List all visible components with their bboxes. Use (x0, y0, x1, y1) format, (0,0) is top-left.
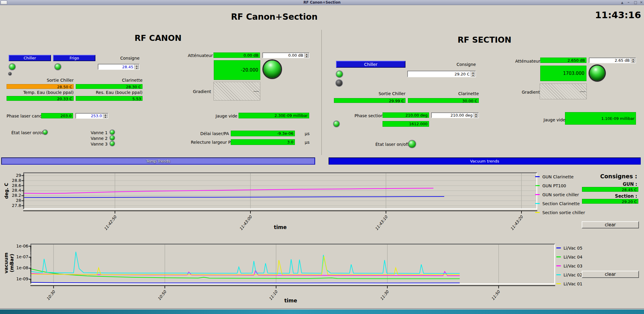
canon-consigne-label: Consigne (110, 56, 140, 61)
y-axis-tick-label: 28.8 (3, 178, 21, 183)
spin-up-icon[interactable]: ▲ (134, 64, 139, 67)
y-axis-tick-label: 29 (3, 173, 21, 178)
canon-temp-eau-label: Temp. Eau (boucle ppal) (14, 90, 74, 95)
maximize-window-icon[interactable]: □ (634, 0, 637, 5)
section-clarinette-readback: 30.00 C (408, 98, 479, 103)
spin-down-icon[interactable]: ▼ (304, 55, 309, 58)
spin-down-icon[interactable]: ▼ (134, 67, 139, 69)
close-window-icon[interactable]: ✕ (640, 0, 643, 5)
section-chiller-button[interactable]: Chiller (336, 61, 405, 68)
canon-vanne1-label: Vanne 1 (90, 130, 108, 135)
vacuum-trends-banner-button[interactable]: Vacuum trends (329, 157, 641, 165)
section-chiller-led (336, 71, 343, 77)
vacuum-clear-button[interactable]: clear (582, 271, 639, 278)
spin-up-icon[interactable]: ▲ (631, 58, 635, 61)
spin-up-icon[interactable]: ▲ (103, 114, 108, 116)
canon-relecture-readback: 3.0 (231, 139, 295, 145)
section-phase-setpoint[interactable]: 210.00 deg (432, 113, 473, 117)
legend-item-label: Li/Vac 05 (564, 246, 582, 250)
canon-phase-setpoint[interactable]: 253.0 (76, 114, 103, 118)
section-attenuateur-spinner[interactable]: ▲▼ (631, 58, 635, 63)
legend-item-label: Section Clarinette (542, 201, 580, 206)
canon-attenuateur-spinner[interactable]: ▲▼ (304, 53, 309, 58)
legend-item: Section sortie chiller (535, 210, 585, 215)
canon-etat-laser-label: État laser on/off (11, 130, 45, 135)
canon-consigne-value[interactable]: 28.45 (98, 65, 134, 69)
canon-chiller-button[interactable]: Chiller (9, 55, 51, 61)
legend-item-label: GUN sortie chiller (542, 192, 579, 197)
legend-item-label: GUN PT100 (542, 183, 566, 188)
shade-window-icon[interactable]: ▲ (621, 0, 623, 5)
section-clarinette-label: Clarinette (434, 91, 479, 96)
section-etat-laser-label: État laser on/off (375, 142, 407, 147)
section-phase-spinbox[interactable]: 210.00 deg ▲▼ (431, 112, 479, 118)
legend-item: GUN sortie chiller (535, 192, 585, 197)
spin-up-icon[interactable]: ▲ (474, 113, 478, 115)
vacuum-chart-xlabel: time (267, 298, 315, 304)
canon-attenuateur-spinbox[interactable]: 0.00 dB ▲▼ (262, 52, 309, 58)
canon-gradient-label: Gradient (191, 89, 211, 94)
section-rf-on-button[interactable] (590, 66, 605, 81)
y-axis-tick-label: 1e-06 (10, 244, 28, 248)
section-phase-spinner[interactable]: ▲▼ (473, 113, 478, 117)
legend-item: Li/Vac 04 (556, 254, 582, 259)
canon-vanne3-label: Vanne 3 (90, 142, 108, 146)
canon-attenuateur-readback: 0.00 dB (213, 52, 260, 58)
section-consigne-spinbox[interactable]: 29.20 C ▲▼ (407, 71, 476, 77)
spin-down-icon[interactable]: ▼ (103, 116, 108, 118)
legend-color-dash-icon (535, 194, 540, 195)
legend-item: GUN PT100 (535, 183, 585, 188)
panel-divider (321, 30, 322, 155)
canon-vanne1-led (110, 130, 114, 134)
canon-res-eau-label: Res. Eau (boucle ppal) (83, 90, 143, 95)
canon-relecture-label: Relecture largeur PA (191, 140, 229, 145)
clock: 11:43:16 (581, 10, 641, 20)
section-attenuateur-spinbox[interactable]: 2.65 dB ▲▼ (589, 58, 636, 63)
canon-rf-on-button[interactable] (264, 61, 281, 78)
section-phase-label: Phase section (354, 113, 381, 118)
consignes-title: Consignes : (578, 173, 637, 180)
canon-frigo-button[interactable]: Frigo (53, 55, 95, 61)
spin-up-icon[interactable]: ▲ (304, 53, 309, 55)
canon-panel-title: RF CANON (98, 33, 218, 43)
spin-down-icon[interactable]: ▼ (471, 74, 475, 77)
temp-chart-legend: GUN ClarinetteGUN PT100GUN sortie chille… (535, 174, 585, 219)
canon-phase-spinner[interactable]: ▲▼ (103, 114, 108, 118)
y-axis-tick-label: 1e-07 (10, 254, 28, 259)
section-gradient-label: Gradient (522, 90, 538, 95)
legend-color-dash-icon (556, 256, 561, 257)
canon-res-eau-readback: 5.53 (76, 96, 143, 101)
section-attenuateur-label: Atténuateur (515, 59, 538, 64)
legend-color-dash-icon (556, 265, 561, 266)
section-consigne-spinner[interactable]: ▲▼ (470, 71, 475, 77)
canon-etat-laser-led (43, 130, 47, 134)
consignes-gun-label: GUN : (592, 182, 637, 187)
section-consigne-value[interactable]: 29.20 C (408, 72, 470, 76)
canon-consigne-spinbox[interactable]: 28.45 ▲▼ (98, 64, 140, 70)
canon-attenuateur-setpoint[interactable]: 0.00 dB (263, 53, 304, 58)
vacuum-chart-legend: Li/Vac 05Li/Vac 04Li/Vac 03Li/Vac 02Li/V… (556, 245, 582, 290)
canon-attenuateur-label: Atténuateur (188, 53, 211, 58)
spin-down-icon[interactable]: ▼ (474, 115, 478, 118)
canon-sortie-chiller-label: Sortie Chiller (29, 78, 74, 83)
canon-delai-readback: -9.3e-06 (231, 131, 295, 136)
section-phase-readback2: 1612.000 (383, 121, 429, 127)
section-attenuateur-setpoint[interactable]: 2.65 dB (589, 58, 631, 63)
spin-down-icon[interactable]: ▼ (631, 61, 635, 63)
window-title: RF Canon+Section (0, 0, 644, 4)
minimize-window-icon[interactable]: – (628, 0, 629, 5)
canon-consigne-spinner[interactable]: ▲▼ (134, 64, 139, 69)
consignes-section-value: 29.20 C (582, 199, 638, 204)
legend-item-label: Li/Vac 02 (564, 273, 582, 277)
canon-phase-spinbox[interactable]: 253.0 ▲▼ (75, 113, 108, 119)
canon-clarinette-label: Clarinette (98, 78, 143, 83)
section-gradient-display: ----- (540, 83, 587, 99)
legend-item-label: Li/Vac 03 (564, 264, 582, 268)
window-titlebar: RF Canon+Section ▲ – □ ✕ (0, 0, 644, 5)
spin-up-icon[interactable]: ▲ (471, 71, 475, 74)
temp-clear-button[interactable]: clear (582, 221, 639, 228)
legend-color-dash-icon (535, 185, 540, 186)
canon-vanne2-label: Vanne 2 (90, 136, 108, 141)
temp-chart-plot-area (23, 172, 537, 209)
temp-trends-banner-button[interactable]: Temp Trends (1, 157, 315, 165)
